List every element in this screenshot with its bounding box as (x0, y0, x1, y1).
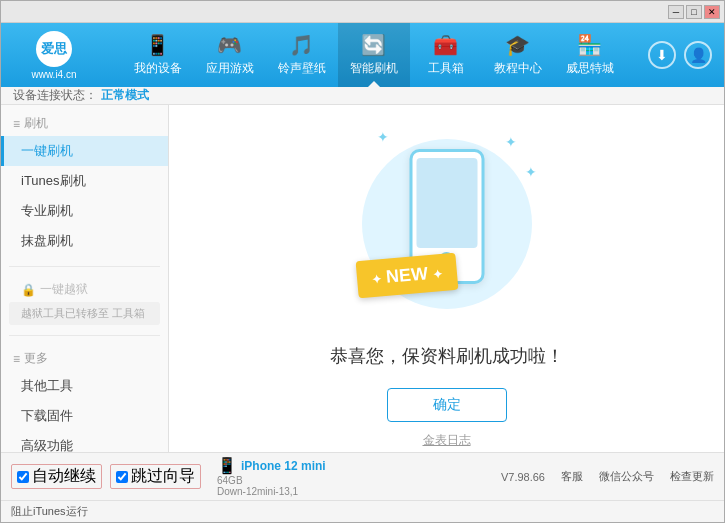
download-btn[interactable]: ⬇ (648, 41, 676, 69)
title-bar: ─ □ ✕ (1, 1, 724, 23)
sidebar-item-wipe-flash[interactable]: 抹盘刷机 (1, 226, 168, 256)
user-btn[interactable]: 👤 (684, 41, 712, 69)
device-name: iPhone 12 mini (241, 459, 326, 473)
flash-section-label: 刷机 (24, 115, 48, 132)
nav-ringtone[interactable]: 🎵 铃声壁纸 (266, 23, 338, 87)
check-update-link[interactable]: 检查更新 (670, 469, 714, 484)
sidebar-note-jailbreak: 越狱工具已转移至 工具箱 (9, 302, 160, 325)
status-and-content: 设备连接状态： 正常模式 ≡ 刷机 一键刷机 iTunes刷机 专业刷机 抹盘刷… (1, 87, 724, 452)
app-window: ─ □ ✕ 爱思 www.i4.cn 📱 我的设备 🎮 应用游戏 🎵 铃声壁纸 (0, 0, 725, 523)
sidebar-section-jailbreak: 🔒 一键越狱 越狱工具已转移至 工具箱 (1, 271, 168, 331)
lock-icon: 🔒 (21, 283, 36, 297)
success-text: 恭喜您，保资料刷机成功啦！ (330, 344, 564, 368)
new-badge-star-right: ✦ (432, 267, 443, 282)
device-storage: 64GB (217, 475, 326, 486)
sidebar: ≡ 刷机 一键刷机 iTunes刷机 专业刷机 抹盘刷机 🔒 一键越狱 越狱工具… (1, 105, 169, 452)
tutorial-icon: 🎓 (505, 33, 530, 57)
nav-my-device[interactable]: 📱 我的设备 (122, 23, 194, 87)
close-btn[interactable]: ✕ (704, 5, 720, 19)
nav-items: 📱 我的设备 🎮 应用游戏 🎵 铃声壁纸 🔄 智能刷机 🧰 工具箱 🎓 (99, 23, 648, 87)
device-info: 📱 iPhone 12 mini 64GB Down-12mini-13,1 (217, 456, 326, 497)
sparkle-icon-3: ✦ (377, 129, 389, 145)
weisi-icon: 🏪 (577, 33, 602, 57)
again-link[interactable]: 金表日志 (423, 432, 471, 449)
phone-icon: 📱 (217, 456, 237, 475)
sidebar-divider-1 (9, 266, 160, 267)
status-label: 设备连接状态： (13, 87, 97, 104)
bottom-left: 自动继续 跳过向导 📱 iPhone 12 mini 64GB Down-12m… (11, 456, 501, 497)
wechat-link[interactable]: 微信公众号 (599, 469, 654, 484)
new-badge-text: NEW (385, 263, 429, 287)
logo-area: 爱思 www.i4.cn (9, 31, 99, 80)
apps-games-icon: 🎮 (217, 33, 242, 57)
logo-icon: 爱思 (36, 31, 72, 67)
minimize-btn[interactable]: ─ (668, 5, 684, 19)
bottom-right: V7.98.66 客服 微信公众号 检查更新 (501, 469, 714, 484)
nav-smart-flash[interactable]: 🔄 智能刷机 (338, 23, 410, 87)
status-value: 正常模式 (101, 87, 149, 104)
nav-tutorial[interactable]: 🎓 教程中心 (482, 23, 554, 87)
more-section-label: 更多 (24, 350, 48, 367)
sidebar-disabled-jailbreak: 🔒 一键越狱 (1, 277, 168, 302)
sidebar-item-itunes-flash[interactable]: iTunes刷机 (1, 166, 168, 196)
confirm-button[interactable]: 确定 (387, 388, 507, 422)
nav-smart-flash-label: 智能刷机 (350, 60, 398, 77)
more-section-icon: ≡ (13, 352, 20, 366)
auto-advance-label[interactable]: 自动继续 (11, 464, 102, 489)
version-label: V7.98.66 (501, 471, 545, 483)
sparkle-icon-2: ✦ (525, 164, 537, 180)
skip-wizard-text: 跳过向导 (131, 466, 195, 487)
bottom-bar: 自动继续 跳过向导 📱 iPhone 12 mini 64GB Down-12m… (1, 452, 724, 500)
main-wrapper: ≡ 刷机 一键刷机 iTunes刷机 专业刷机 抹盘刷机 🔒 一键越狱 越狱工具… (1, 105, 724, 452)
sparkle-icon-1: ✦ (505, 134, 517, 150)
sidebar-section-flash: ≡ 刷机 一键刷机 iTunes刷机 专业刷机 抹盘刷机 (1, 105, 168, 262)
sidebar-item-other-tools[interactable]: 其他工具 (1, 371, 168, 401)
toolbox-icon: 🧰 (433, 33, 458, 57)
sidebar-title-flash: ≡ 刷机 (1, 111, 168, 136)
jailbreak-label: 一键越狱 (40, 281, 88, 298)
nav-weisi[interactable]: 🏪 威思特城 (554, 23, 626, 87)
customer-service-link[interactable]: 客服 (561, 469, 583, 484)
sidebar-item-advanced[interactable]: 高级功能 (1, 431, 168, 452)
sidebar-item-pro-flash[interactable]: 专业刷机 (1, 196, 168, 226)
nav-my-device-label: 我的设备 (134, 60, 182, 77)
nav-tutorial-label: 教程中心 (494, 60, 542, 77)
top-nav: 爱思 www.i4.cn 📱 我的设备 🎮 应用游戏 🎵 铃声壁纸 🔄 智能刷机 (1, 23, 724, 87)
ringtone-icon: 🎵 (289, 33, 314, 57)
nav-ringtone-label: 铃声壁纸 (278, 60, 326, 77)
maximize-btn[interactable]: □ (686, 5, 702, 19)
nav-toolbox-label: 工具箱 (428, 60, 464, 77)
my-device-icon: 📱 (145, 33, 170, 57)
logo-subtext: www.i4.cn (31, 69, 76, 80)
itunes-bar: 阻止iTunes运行 (1, 500, 724, 522)
auto-advance-checkbox[interactable] (17, 471, 29, 483)
skip-wizard-label[interactable]: 跳过向导 (110, 464, 201, 489)
smart-flash-icon: 🔄 (361, 33, 386, 57)
itunes-status: 阻止iTunes运行 (11, 504, 88, 519)
sidebar-item-onekey-flash[interactable]: 一键刷机 (1, 136, 168, 166)
sidebar-section-more: ≡ 更多 其他工具 下载固件 高级功能 (1, 340, 168, 452)
auto-advance-text: 自动继续 (32, 466, 96, 487)
nav-apps-games-label: 应用游戏 (206, 60, 254, 77)
skip-wizard-checkbox[interactable] (116, 471, 128, 483)
nav-weisi-label: 威思特城 (566, 60, 614, 77)
nav-right: ⬇ 👤 (648, 41, 712, 69)
device-firmware: Down-12mini-13,1 (217, 486, 326, 497)
new-badge-star-left: ✦ (370, 272, 381, 287)
flash-section-icon: ≡ (13, 117, 20, 131)
phone-screen (416, 158, 477, 248)
content-area: ✦ NEW ✦ ✦ ✦ ✦ 恭喜您，保资料刷机成功啦！ 确定 金表日志 (169, 105, 724, 452)
success-illustration: ✦ NEW ✦ ✦ ✦ ✦ (347, 124, 547, 324)
status-bar: 设备连接状态： 正常模式 (1, 87, 724, 105)
nav-apps-games[interactable]: 🎮 应用游戏 (194, 23, 266, 87)
nav-toolbox[interactable]: 🧰 工具箱 (410, 23, 482, 87)
sidebar-item-download-firmware[interactable]: 下载固件 (1, 401, 168, 431)
sidebar-title-more: ≡ 更多 (1, 346, 168, 371)
sidebar-divider-2 (9, 335, 160, 336)
